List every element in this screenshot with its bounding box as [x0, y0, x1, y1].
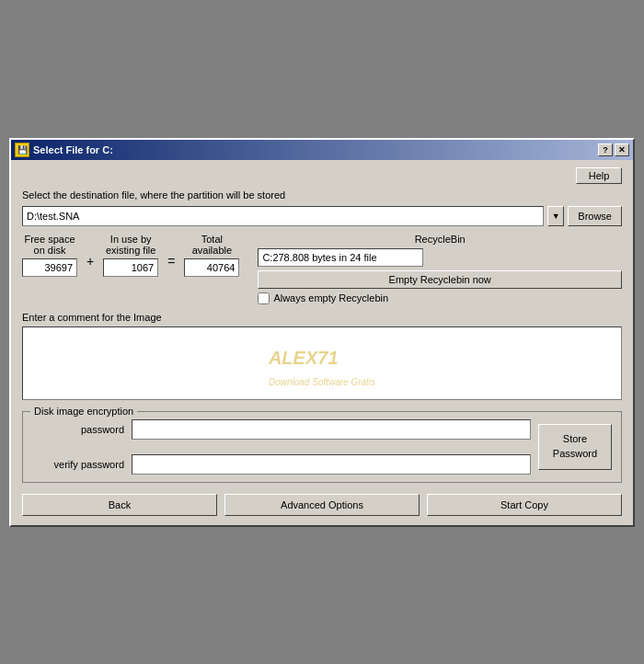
destination-label: Select the destination file, where the p… — [22, 189, 622, 200]
store-password-button[interactable]: Store Password — [538, 424, 612, 470]
total-available-item: Totalavailable 40764 — [184, 234, 239, 277]
comment-textarea[interactable] — [22, 326, 622, 400]
verify-password-row: verify password — [32, 454, 531, 475]
advanced-options-button[interactable]: Advanced Options — [224, 494, 420, 516]
content-area: Help Select the destination file, where … — [11, 160, 633, 525]
plus-operator: + — [86, 254, 94, 269]
verify-password-label: verify password — [32, 459, 124, 470]
bottom-buttons: Back Advanced Options Start Copy — [22, 494, 622, 516]
help-row: Help — [22, 167, 622, 184]
close-button[interactable]: ✕ — [615, 143, 629, 156]
title-bar-controls: ? ✕ — [598, 143, 629, 156]
equals-operator: = — [167, 254, 175, 269]
total-value: 40764 — [184, 258, 239, 277]
encryption-content: password verify password Store Password — [32, 419, 612, 475]
comment-label: Enter a comment for the Image — [22, 312, 622, 323]
password-label: password — [32, 424, 124, 435]
window-icon: 💾 — [15, 143, 29, 157]
back-button[interactable]: Back — [22, 494, 217, 516]
main-window: 💾 Select File for C: ? ✕ Help Select the… — [9, 138, 635, 527]
disk-info-row: Free spaceon disk 39697 + In use byexist… — [22, 234, 622, 304]
always-empty-label: Always empty Recyclebin — [273, 292, 388, 303]
browse-button[interactable]: Browse — [568, 206, 622, 226]
encryption-legend: Disk image encryption — [30, 406, 137, 417]
free-space-item: Free spaceon disk 39697 — [22, 234, 77, 277]
password-input[interactable] — [132, 419, 531, 440]
comment-container: ALEX71 Download Software Gratis — [22, 326, 622, 411]
recyclebin-label: RecycleBin — [258, 234, 622, 245]
always-empty-checkbox[interactable] — [258, 292, 270, 304]
empty-recyclebin-button[interactable]: Empty Recyclebin now — [258, 270, 622, 289]
title-bar: 💾 Select File for C: ? ✕ — [11, 140, 633, 160]
free-space-value: 39697 — [22, 258, 77, 277]
dropdown-button[interactable]: ▼ — [547, 206, 564, 226]
help-button[interactable]: Help — [576, 167, 622, 184]
in-use-item: In use byexisting file 1067 — [103, 234, 158, 277]
enc-inputs-section: password verify password — [32, 419, 531, 475]
file-path-row: ▼ Browse — [22, 206, 622, 226]
encryption-group: Disk image encryption password verify pa… — [22, 411, 622, 483]
verify-password-input[interactable] — [132, 454, 531, 475]
window-title: Select File for C: — [33, 144, 113, 155]
in-use-value: 1067 — [103, 258, 158, 277]
recyclebin-section: RecycleBin C:278.808 bytes in 24 file Em… — [258, 234, 622, 304]
recyclebin-value: C:278.808 bytes in 24 file — [258, 248, 423, 267]
start-copy-button[interactable]: Start Copy — [427, 494, 622, 516]
in-use-label: In use byexisting file — [106, 234, 155, 256]
free-space-label: Free spaceon disk — [24, 234, 75, 256]
help-title-button[interactable]: ? — [598, 143, 613, 156]
file-path-input[interactable] — [22, 206, 544, 226]
password-row: password — [32, 419, 531, 440]
title-bar-left: 💾 Select File for C: — [15, 143, 113, 157]
total-label: Totalavailable — [192, 234, 232, 256]
always-empty-row: Always empty Recyclebin — [258, 292, 622, 304]
